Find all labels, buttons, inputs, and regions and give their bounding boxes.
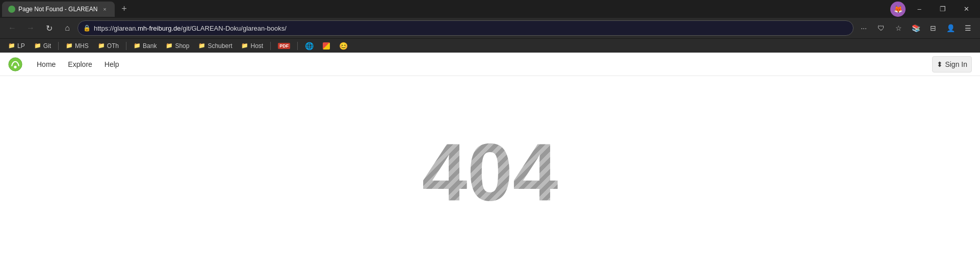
bookmark-star-button[interactable]: ☆ <box>890 20 907 36</box>
folder-icon: 📁 <box>8 42 15 49</box>
folder-icon: 📁 <box>241 42 248 49</box>
nav-bar: ← → ↻ ⌂ 🔒 https://glarean.mh-freiburg.de… <box>0 18 980 38</box>
bookmark-lp[interactable]: 📁 LP <box>4 41 29 51</box>
svg-point-0 <box>9 57 22 70</box>
bookmark-shop[interactable]: 📁 Shop <box>162 41 193 51</box>
shield-button[interactable]: 🛡 <box>873 20 889 36</box>
nav-right-buttons: ··· 🛡 ☆ 📚 ⊟ 👤 ☰ <box>856 20 976 36</box>
folder-icon: 📁 <box>198 42 205 49</box>
bookmark-oth-label: OTh <box>107 42 119 50</box>
tab-favicon <box>8 6 15 13</box>
bookmark-bank-label: Bank <box>143 42 157 50</box>
address-bar[interactable]: 🔒 https://glarean.mh-freiburg.de/git/GLA… <box>78 20 854 36</box>
folder-icon: 📁 <box>34 42 41 49</box>
bookmark-schubert[interactable]: 📁 Schubert <box>194 41 236 51</box>
bookmark-schubert-label: Schubert <box>208 42 232 50</box>
error-code: 404 <box>422 131 558 213</box>
url-path: /git/GLAREAN-Doku/glarean-books/ <box>181 25 287 32</box>
svg-point-1 <box>14 65 16 68</box>
browser-chrome: Page Not Found - GLAREAN × + 🦊 – ❐ ✕ ← →… <box>0 0 980 53</box>
color-icon <box>323 42 330 50</box>
bookmark-lp-label: LP <box>17 42 25 50</box>
sign-in-icon: ⬍ <box>937 60 943 68</box>
url-text: https://glarean.mh-freiburg.de/git/GLARE… <box>94 25 848 32</box>
bookmark-separator-3 <box>270 42 271 50</box>
gitea-navbar: Home Explore Help ⬍ Sign In <box>0 53 980 76</box>
tab-title: Page Not Found - GLAREAN <box>18 6 97 13</box>
nav-help-link[interactable]: Help <box>98 53 125 76</box>
folder-icon: 📁 <box>66 42 73 49</box>
more-button[interactable]: ··· <box>856 20 872 36</box>
sign-in-label: Sign In <box>945 60 967 68</box>
bookmark-separator-1 <box>58 42 59 50</box>
bookmark-git-label: Git <box>43 42 51 50</box>
nav-explore-link[interactable]: Explore <box>62 53 98 76</box>
folder-icon: 📁 <box>166 42 173 49</box>
bookmark-bank[interactable]: 📁 Bank <box>130 41 161 51</box>
url-prefix: https://glarean. <box>94 25 138 32</box>
bookmark-smiley[interactable]: 😊 <box>335 41 352 51</box>
home-button[interactable]: ⌂ <box>59 20 75 36</box>
account-button[interactable]: 👤 <box>942 20 959 36</box>
smiley-icon: 😊 <box>339 42 348 50</box>
sign-in-button[interactable]: ⬍ Sign In <box>932 56 972 72</box>
bookmark-mhs-label: MHS <box>75 42 89 50</box>
restore-button[interactable]: ❐ <box>931 0 955 18</box>
bookmark-host-label: Host <box>250 42 263 50</box>
bookmark-globe[interactable]: 🌐 <box>301 41 318 51</box>
url-domain: mh-freiburg.de <box>138 25 181 32</box>
close-button[interactable]: ✕ <box>955 0 978 18</box>
bookmark-separator-4 <box>297 42 298 50</box>
reload-button[interactable]: ↻ <box>41 20 57 36</box>
bookmark-oth[interactable]: 📁 OTh <box>94 41 123 51</box>
folder-icon: 📁 <box>134 42 141 49</box>
page-content: Home Explore Help ⬍ Sign In 404 <box>0 53 980 268</box>
gitea-nav-right: ⬍ Sign In <box>932 56 972 72</box>
firefox-logo: 🦊 <box>890 2 906 17</box>
not-found-container: 404 <box>0 76 980 268</box>
back-button[interactable]: ← <box>4 20 20 36</box>
tab-bar: Page Not Found - GLAREAN × + 🦊 – ❐ ✕ <box>0 0 980 18</box>
bookmark-color[interactable] <box>319 41 334 51</box>
gitea-logo[interactable] <box>8 57 22 71</box>
library-button[interactable]: 📚 <box>908 20 924 36</box>
menu-button[interactable]: ☰ <box>960 20 976 36</box>
security-icon: 🔒 <box>83 25 91 32</box>
pdf-icon: PDF <box>278 43 290 49</box>
forward-button[interactable]: → <box>22 20 39 36</box>
tab-close-button[interactable]: × <box>100 5 109 13</box>
globe-icon: 🌐 <box>305 42 314 50</box>
nav-home-link[interactable]: Home <box>31 53 62 76</box>
bookmark-mhs[interactable]: 📁 MHS <box>62 41 93 51</box>
synced-tabs-button[interactable]: ⊟ <box>925 20 941 36</box>
bookmark-pdf[interactable]: PDF <box>274 42 294 50</box>
bookmark-git[interactable]: 📁 Git <box>30 41 55 51</box>
folder-icon: 📁 <box>98 42 105 49</box>
minimize-button[interactable]: – <box>908 0 931 18</box>
bookmark-separator-2 <box>126 42 126 50</box>
new-tab-button[interactable]: + <box>117 2 131 16</box>
bookmark-shop-label: Shop <box>175 42 189 50</box>
window-controls: 🦊 – ❐ ✕ <box>890 0 978 18</box>
bookmarks-bar: 📁 LP 📁 Git 📁 MHS 📁 OTh 📁 Bank 📁 Shop 📁 S… <box>0 38 980 53</box>
active-tab[interactable]: Page Not Found - GLAREAN × <box>2 2 115 17</box>
bookmark-host[interactable]: 📁 Host <box>237 41 267 51</box>
